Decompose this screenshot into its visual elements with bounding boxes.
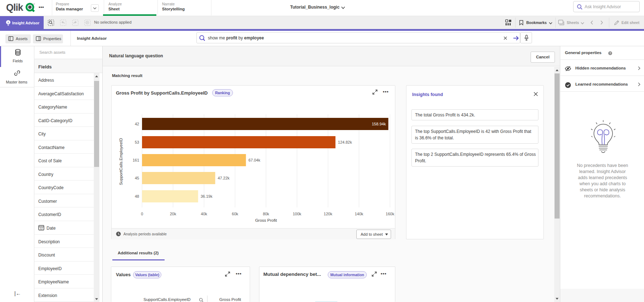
svg-text:42: 42 (135, 122, 139, 126)
svg-text:158.94k: 158.94k (372, 122, 386, 126)
svg-text:47.22k: 47.22k (218, 176, 230, 180)
svg-text:67.04k: 67.04k (248, 158, 260, 162)
svg-text:48: 48 (135, 194, 139, 198)
svg-text:12: 12 (40, 227, 43, 230)
svg-text:80k: 80k (263, 212, 269, 216)
svg-text:20k: 20k (170, 212, 176, 216)
svg-text:36.19k: 36.19k (201, 194, 213, 198)
svg-text:124.82k: 124.82k (338, 140, 352, 144)
svg-text:0: 0 (141, 212, 143, 216)
svg-text:120k: 120k (324, 212, 332, 216)
svg-text:40k: 40k (201, 212, 207, 216)
svg-text:?: ? (609, 52, 611, 55)
svg-text:Gross Profit: Gross Profit (255, 218, 277, 222)
svg-text:45: 45 (135, 176, 139, 180)
svg-text:53: 53 (135, 140, 139, 144)
svg-text:140k: 140k (355, 212, 363, 216)
svg-text:SupportCalls.EmployeeID: SupportCalls.EmployeeID (119, 138, 123, 185)
svg-text:161: 161 (133, 158, 139, 162)
svg-text:60k: 60k (232, 212, 238, 216)
svg-text:160k: 160k (386, 212, 394, 216)
svg-text:100k: 100k (293, 212, 301, 216)
